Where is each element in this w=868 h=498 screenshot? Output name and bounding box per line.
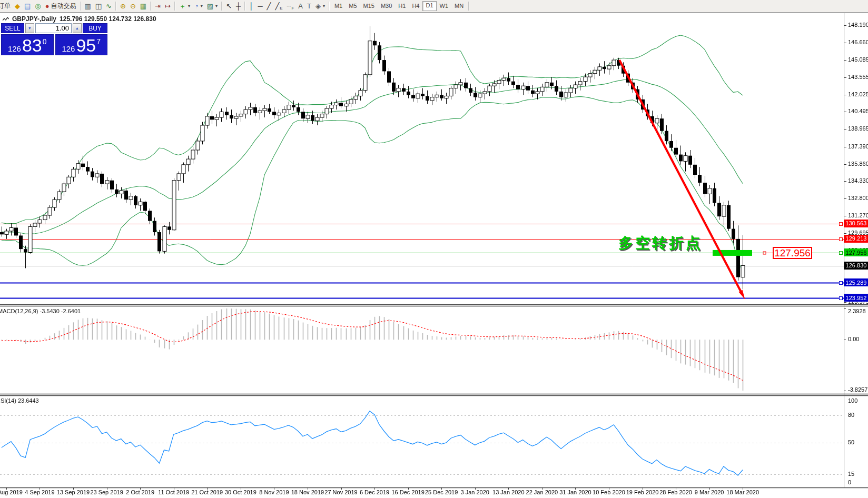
timeframe-h1[interactable]: H1 — [395, 2, 409, 11]
bars-view-icon: ▥ — [85, 3, 91, 9]
periods-button[interactable]: ◔▾ — [192, 1, 205, 11]
fibonacci-button-sub-glyph: F — [291, 6, 294, 11]
line-view-button[interactable]: ∿ — [104, 1, 114, 11]
price-tick-label: 132.800 — [848, 195, 868, 201]
macd-axis-label: 0.00 — [848, 336, 859, 342]
price-tick-label: 140.495 — [848, 108, 868, 114]
toolbar: 订单◆▤◎●自动交易▥◫∿⊕⊖▦⇥↦＋▾◔▾▨▾↖┼│─╱╱E┄FAT◈▾M1M… — [0, 0, 868, 13]
shift-end-icon: ⇥ — [155, 3, 161, 9]
price-tick-label: 148.190 — [848, 22, 868, 28]
timeframe-h4[interactable]: H4 — [409, 2, 422, 11]
auto-trading-icon: ● — [45, 3, 50, 9]
price-tick-label: 134.330 — [848, 177, 868, 184]
buy-button[interactable]: BUY — [83, 23, 107, 33]
navigator-button[interactable]: ◎ — [33, 1, 43, 11]
history-center-button[interactable]: ◆ — [13, 1, 22, 11]
volume-decrease-button[interactable]: ▼ — [25, 23, 34, 33]
chevron-down-icon: ▾ — [201, 4, 203, 8]
price-line-badge: 123.952 — [844, 294, 868, 302]
chart-canvas[interactable] — [0, 0, 868, 498]
arrows-icon: ◈ — [315, 3, 321, 9]
timeframe-m1[interactable]: M1 — [331, 2, 346, 11]
chevron-down-icon: ▾ — [215, 4, 218, 8]
tile-windows-button[interactable]: ▦ — [138, 1, 149, 11]
tile-windows-icon: ▦ — [140, 3, 146, 9]
indicators-button[interactable]: ＋▾ — [177, 1, 192, 11]
toolbar-separator — [174, 2, 175, 11]
price-callout-label[interactable]: 127.956 — [773, 247, 812, 259]
price-line-badge: 125.289 — [844, 278, 868, 286]
zoom-out-button[interactable]: ⊖ — [128, 1, 138, 11]
zoom-out-icon: ⊖ — [130, 3, 136, 9]
toolbar-separator — [468, 2, 469, 11]
timeframe-m5[interactable]: M5 — [346, 2, 360, 11]
price-line-badge: 129.213 — [844, 235, 868, 243]
text-label-icon: T — [307, 3, 311, 9]
price-tick-label: 131.270 — [848, 212, 868, 218]
auto-scroll-button[interactable]: ↦ — [163, 1, 173, 11]
zoom-in-icon: ⊕ — [120, 3, 126, 9]
rsi-axis-label: 50 — [848, 439, 854, 445]
zoom-in-button[interactable]: ⊕ — [118, 1, 128, 11]
price-tick-label: 137.390 — [848, 143, 868, 150]
bars-view-button[interactable]: ▥ — [83, 1, 93, 11]
channel-button[interactable]: ╱E — [273, 1, 284, 11]
volume-increase-button[interactable]: ▲ — [73, 23, 82, 33]
price-tick-label: 138.965 — [848, 125, 868, 132]
vertical-line-icon: │ — [249, 3, 253, 9]
toolbar-separator — [150, 2, 151, 11]
ask-price-box[interactable]: 126 95 7 — [55, 34, 108, 55]
auto-trading-button-label: 自动交易 — [51, 2, 76, 11]
rsi-axis-label: 0 — [848, 479, 851, 485]
market-watch-button[interactable]: ▤ — [22, 1, 33, 11]
auto-trading-button[interactable]: ●自动交易 — [43, 1, 78, 11]
horizontal-line-button[interactable]: ─ — [255, 1, 264, 11]
chart-symbol-label: GBPJPY-,Daily — [12, 15, 56, 23]
macd-axis-label: 2.3928 — [848, 308, 866, 314]
chart-icon — [3, 17, 9, 22]
timeframe-mn[interactable]: MN — [451, 2, 467, 11]
sell-button[interactable]: SELL — [1, 23, 24, 33]
text-button[interactable]: A — [296, 1, 305, 11]
text-label-button[interactable]: T — [305, 1, 313, 11]
timeframe-m30[interactable]: M30 — [378, 2, 395, 11]
shift-end-button[interactable]: ⇥ — [153, 1, 163, 11]
timeframe-m15[interactable]: M15 — [360, 2, 378, 11]
turning-point-annotation[interactable]: 多空转折点 — [618, 233, 703, 253]
rsi-axis-label: 15 — [848, 471, 854, 477]
trendline-button[interactable]: ╱ — [265, 1, 273, 11]
timeframe-w1[interactable]: W1 — [437, 2, 452, 11]
new-order-button[interactable]: 订单 — [0, 1, 13, 11]
arrows-button[interactable]: ◈▾ — [313, 1, 327, 11]
toolbar-separator — [80, 2, 81, 11]
candles-view-button[interactable]: ◫ — [93, 1, 104, 11]
price-line-badge: 127.956 — [844, 248, 868, 256]
vertical-line-button[interactable]: │ — [247, 1, 255, 11]
trendline-icon: ╱ — [267, 3, 271, 9]
line-view-icon: ∿ — [106, 3, 112, 9]
channel-button-sub-glyph: E — [280, 6, 282, 11]
periods-icon: ◔ — [194, 3, 199, 9]
price-tick-label: 143.555 — [848, 74, 868, 80]
bid-pip-digit: 0 — [43, 37, 47, 46]
text-icon: A — [298, 3, 303, 9]
chevron-down-icon: ▾ — [188, 4, 190, 8]
price-tick-label: 146.660 — [848, 39, 868, 45]
ask-big-digits: 95 — [76, 38, 96, 53]
auto-scroll-icon: ↦ — [165, 3, 171, 9]
timeframe-d1[interactable]: D1 — [422, 1, 436, 11]
chart-ohlc-values: 125.796 129.550 124.732 126.830 — [60, 15, 156, 23]
chevron-down-icon: ▾ — [323, 4, 325, 8]
crosshair-button[interactable]: ┼ — [234, 1, 243, 11]
templates-button[interactable]: ▨▾ — [205, 1, 220, 11]
toolbar-separator — [221, 2, 222, 11]
macd-indicator-label: MACD(12,26,9) -3.5430 -2.6401 — [0, 308, 81, 314]
fibonacci-button[interactable]: ┄F — [285, 1, 297, 11]
bid-price-box[interactable]: 126 83 0 — [1, 34, 54, 55]
volume-input[interactable]: 1.00 — [35, 23, 72, 33]
indicators-icon: ＋ — [179, 3, 186, 9]
history-center-icon: ◆ — [15, 3, 20, 9]
toolbar-separator — [115, 2, 116, 11]
cursor-button[interactable]: ↖ — [224, 1, 234, 11]
horizontal-line-icon: ─ — [258, 3, 262, 9]
